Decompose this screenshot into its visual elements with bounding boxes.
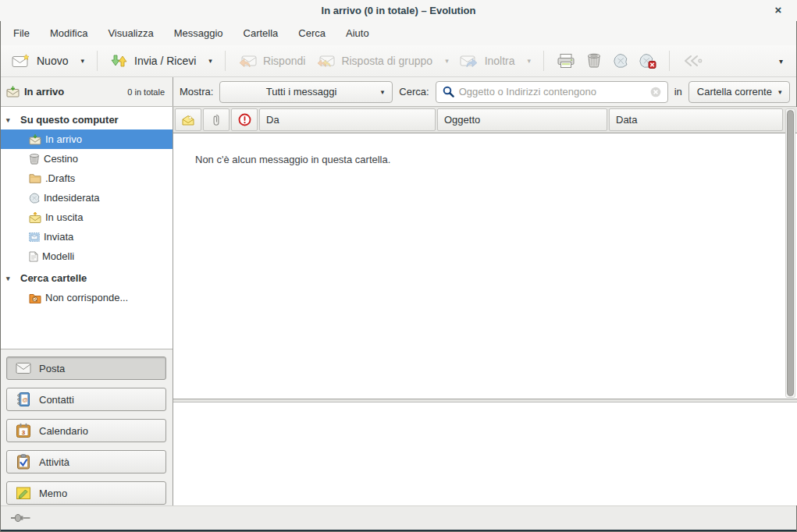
memo-icon [16, 486, 31, 500]
switcher-button-attivita[interactable]: Attività [6, 450, 166, 473]
reply-button[interactable]: Rispondi [233, 50, 311, 72]
print-icon [557, 53, 575, 69]
sidebar-item-indesiderata[interactable]: Indesiderata [0, 188, 173, 207]
send-receive-label: Invia / Ricevi [134, 55, 196, 67]
scrollbar-thumb[interactable] [787, 110, 794, 396]
online-status-plug-icon[interactable] [11, 513, 31, 523]
menu-item-visualizza[interactable]: Visualizza [98, 23, 163, 43]
send-receive-dropdown-icon[interactable]: ▾ [208, 57, 212, 65]
column-from[interactable]: Da [259, 108, 436, 131]
titlebar: In arrivo (0 in totale) – Evolution × [0, 0, 797, 21]
send-receive-button[interactable]: Invia / Ricevi ▾ [105, 50, 218, 72]
folder-group-on-this-computer[interactable]: ▾ Su questo computer [0, 110, 173, 129]
column-status[interactable] [175, 108, 201, 131]
folder-tree: ▾ Su questo computer In arrivo [0, 107, 173, 349]
menu-item-file[interactable]: File [3, 23, 40, 43]
filter-controls: Mostra: Tutti i messaggi ▾ Cerca: [173, 77, 797, 106]
contacts-icon: @ [16, 392, 31, 407]
not-junk-icon [639, 53, 656, 69]
group-reply-label: Risposta di gruppo [341, 55, 432, 67]
junk-icon [29, 193, 40, 204]
switcher-button-posta[interactable]: Posta [6, 356, 166, 380]
previous-message-button[interactable] [677, 51, 708, 71]
toolbar-separator [543, 51, 544, 71]
forward-icon [460, 54, 479, 68]
sidebar: ▾ Su questo computer In arrivo [0, 107, 173, 505]
folder-group-label: Su questo computer [20, 114, 119, 126]
switcher-label: Attività [39, 456, 69, 468]
menubar: File Modifica Visualizza Messaggio Carte… [0, 21, 797, 45]
column-subject[interactable]: Oggetto [437, 108, 607, 131]
not-junk-button[interactable] [634, 49, 662, 73]
switcher-button-contatti[interactable]: @ Contatti [6, 388, 166, 411]
new-dropdown-icon[interactable]: ▾ [80, 57, 84, 65]
clear-search-icon[interactable] [650, 87, 661, 98]
junk-button[interactable] [607, 49, 634, 73]
forward-button[interactable]: Inoltra ▾ [454, 50, 536, 72]
view-switcher: Posta @ Contatti [0, 349, 173, 512]
toolbar-overflow-icon[interactable]: ▾ [773, 54, 789, 69]
group-reply-dropdown-icon[interactable]: ▾ [445, 57, 449, 65]
column-attachment[interactable] [203, 108, 229, 131]
expander-icon[interactable]: ▾ [6, 275, 14, 282]
sidebar-item-drafts[interactable]: .Drafts [0, 168, 173, 188]
search-icon[interactable] [443, 86, 454, 98]
menu-item-messaggio[interactable]: Messaggio [164, 23, 233, 43]
menu-item-aiuto[interactable]: Aiuto [336, 23, 379, 43]
column-date[interactable]: Data [609, 108, 783, 131]
paperclip-icon [212, 114, 220, 126]
inbox-icon [6, 86, 20, 98]
sidebar-item-modelli[interactable]: Modelli [0, 246, 173, 266]
message-list-body[interactable]: Non c'è alcun messaggio in questa cartel… [173, 133, 797, 399]
message-status-icon [181, 115, 195, 126]
filter-bar: In arrivo 0 in totale Mostra: Tutti i me… [0, 77, 797, 107]
mail-icon [16, 362, 31, 374]
outbox-icon [29, 212, 41, 223]
chevron-down-icon: ▾ [778, 88, 782, 96]
menu-item-cartella[interactable]: Cartella [233, 23, 289, 43]
column-priority[interactable] [231, 108, 258, 131]
trash-icon [586, 53, 602, 69]
toolbar-separator [669, 51, 670, 71]
priority-icon [238, 113, 251, 126]
toolbar-separator [97, 51, 98, 71]
sidebar-item-inviata[interactable]: Inviata [0, 227, 173, 246]
search-label: Cerca: [399, 86, 429, 98]
folder-label: In uscita [45, 211, 83, 223]
search-input[interactable] [459, 86, 646, 98]
new-button[interactable]: Nuovo ▾ [6, 50, 90, 72]
folder-header: In arrivo 0 in totale [0, 77, 173, 106]
svg-text:@: @ [22, 396, 28, 403]
sidebar-item-cestino[interactable]: Cestino [0, 149, 173, 168]
group-reply-button[interactable]: Risposta di gruppo ▾ [311, 50, 454, 72]
column-date-label: Data [616, 114, 637, 126]
folder-group-search-folders[interactable]: ▾ Cerca cartelle [0, 268, 173, 288]
switcher-label: Posta [39, 363, 65, 374]
expander-icon[interactable]: ▾ [6, 116, 14, 124]
message-area: Da Oggetto Data Non c'è alcun messaggio … [173, 107, 797, 505]
tasks-icon [16, 454, 31, 470]
show-label: Mostra: [180, 86, 213, 98]
empty-folder-message: Non c'è alcun messaggio in questa cartel… [173, 133, 797, 165]
close-icon[interactable]: × [770, 3, 786, 17]
window-title: In arrivo (0 in totale) – Evolution [322, 5, 476, 16]
delete-button[interactable] [581, 49, 607, 73]
inbox-icon [29, 134, 41, 145]
preview-pane [173, 403, 797, 505]
switcher-button-calendario[interactable]: 3 Calendario [6, 419, 166, 442]
message-filter-dropdown[interactable]: Tutti i messaggi ▾ [219, 81, 393, 103]
message-list-scrollbar[interactable] [785, 108, 795, 398]
current-folder-name: In arrivo [24, 86, 64, 98]
menu-item-modifica[interactable]: Modifica [40, 23, 98, 43]
search-field[interactable] [436, 81, 668, 103]
reply-icon [238, 54, 257, 68]
menu-item-cerca[interactable]: Cerca [288, 23, 336, 43]
sidebar-item-in-uscita[interactable]: In uscita [0, 207, 173, 227]
sidebar-item-non-corrisponde[interactable]: Non corrisponde... [0, 288, 173, 307]
sidebar-item-in-arrivo[interactable]: In arrivo [0, 129, 173, 149]
forward-dropdown-icon[interactable]: ▾ [528, 57, 532, 65]
switcher-label: Memo [39, 488, 67, 499]
search-scope-dropdown[interactable]: Cartella corrente ▾ [688, 81, 791, 103]
print-button[interactable] [551, 49, 581, 73]
switcher-button-memo[interactable]: Memo [6, 481, 166, 505]
